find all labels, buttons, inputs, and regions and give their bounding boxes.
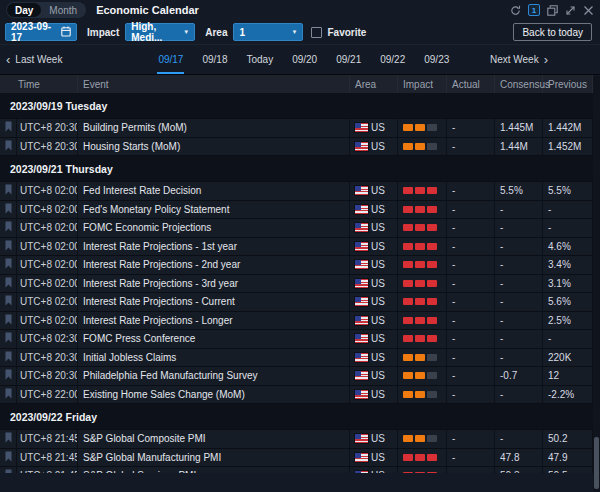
back-to-today-button[interactable]: Back to today [513,23,592,41]
row-event: FOMC Press Conference [78,330,350,348]
restore-icon[interactable] [547,5,558,16]
week-day[interactable]: 09/21 [336,45,361,74]
alert-cell [0,201,17,219]
bookmark-icon[interactable] [5,432,12,445]
last-week-button[interactable]: ‹ Last Week [6,45,62,74]
row-time: UTC+8 20:30 [17,349,78,367]
week-day[interactable]: Today [246,45,273,74]
week-day[interactable]: 09/22 [380,45,405,74]
expand-icon[interactable] [565,5,576,16]
row-actual: - [447,467,495,473]
area-select[interactable]: 1 ▼ [233,23,303,41]
row-event: Existing Home Sales Change (MoM) [78,386,350,404]
row-previous: 2.5% [543,312,593,330]
us-flag-icon [355,453,368,462]
row-actual: - [447,293,495,311]
table-row[interactable]: UTC+8 02:30 FOMC Press Conference US - -… [0,330,593,349]
bookmark-icon[interactable] [5,240,12,253]
section-header: 2023/09/21 Thursday [0,156,593,182]
alert-cell [0,219,17,237]
bookmark-icon[interactable] [5,451,12,464]
impact-cell [398,238,447,256]
row-event: Fed Interest Rate Decision [78,182,350,200]
table-row[interactable]: UTC+8 02:00 Interest Rate Projections - … [0,312,593,331]
table-row[interactable]: UTC+8 02:00 Interest Rate Projections - … [0,256,593,275]
table-row[interactable]: UTC+8 22:00 Existing Home Sales Change (… [0,386,593,405]
row-area: US [371,470,385,473]
column-header-actual: Actual [447,75,495,93]
row-area: US [371,333,385,344]
week-day[interactable]: 09/23 [424,45,449,74]
impact-cell [398,293,447,311]
area-cell: US [350,201,398,219]
date-picker[interactable]: 2023-09-17 [5,23,77,41]
table-row[interactable]: UTC+8 02:00 Interest Rate Projections - … [0,293,593,312]
row-consensus: - [495,330,543,348]
bookmark-icon[interactable] [5,277,12,290]
row-actual: - [447,430,495,448]
scrollbar-thumb[interactable] [594,437,599,489]
week-day[interactable]: 09/20 [292,45,317,74]
panel-count-button[interactable]: 1 [528,4,540,16]
row-actual: - [447,201,495,219]
row-previous: -2.2% [543,386,593,404]
favorite-checkbox[interactable] [311,27,322,38]
row-previous: - [543,201,593,219]
bookmark-icon[interactable] [5,314,12,327]
bookmark-icon[interactable] [5,332,12,345]
table-row[interactable]: UTC+8 20:30 Building Permits (MoM) US - … [0,119,593,138]
next-week-button[interactable]: Next Week › [490,45,548,74]
row-event: Interest Rate Projections - Current [78,293,350,311]
column-header-impact: Impact [398,75,447,93]
area-cell: US [350,312,398,330]
refresh-icon[interactable] [510,5,521,16]
bookmark-icon[interactable] [5,295,12,308]
row-area: US [371,370,385,381]
impact-cell [398,219,447,237]
impact-cell [398,467,447,473]
table-row[interactable]: UTC+8 02:00 Interest Rate Projections - … [0,275,593,294]
tab-day[interactable]: Day [7,3,41,17]
bookmark-icon[interactable] [5,369,12,382]
table-row[interactable]: UTC+8 21:45 S&P Global Manufacturing PMI… [0,449,593,468]
bookmark-icon[interactable] [5,121,12,134]
row-consensus: - [495,349,543,367]
bookmark-icon[interactable] [5,221,12,234]
bookmark-icon[interactable] [5,351,12,364]
table-row[interactable]: UTC+8 02:00 FOMC Economic Projections US… [0,219,593,238]
table-row[interactable]: UTC+8 20:30 Housing Starts (MoM) US - 1.… [0,138,593,157]
tab-month[interactable]: Month [41,3,85,17]
table-row[interactable]: UTC+8 20:30 Philadelphia Fed Manufacturi… [0,367,593,386]
next-week-label: Next Week [490,54,539,65]
bookmark-icon[interactable] [5,469,12,473]
row-area: US [371,315,385,326]
impact-select[interactable]: High, Medi... ▼ [125,23,195,41]
bookmark-icon[interactable] [5,140,12,153]
row-consensus: - [495,430,543,448]
bookmark-icon[interactable] [5,184,12,197]
area-value: 1 [239,27,245,38]
bookmark-icon[interactable] [5,388,12,401]
table-row[interactable]: UTC+8 02:00 Interest Rate Projections - … [0,238,593,257]
top-bar: Day Month Economic Calendar 1 [0,0,600,20]
us-flag-icon [355,371,368,380]
row-time: UTC+8 02:00 [17,275,78,293]
section-date: 2023/09/19 Tuesday [10,100,107,112]
bookmark-icon[interactable] [5,203,12,216]
week-day[interactable]: 09/18 [202,45,227,74]
bookmark-icon[interactable] [5,258,12,271]
table-row[interactable]: UTC+8 21:45 S&P Global Composite PMI US … [0,430,593,449]
row-actual: - [447,449,495,467]
table-row[interactable]: UTC+8 21:45 S&P Global Services PMI US -… [0,467,593,473]
row-consensus: - [495,386,543,404]
table-row[interactable]: UTC+8 02:00 Fed's Monetary Policy Statem… [0,201,593,220]
table-row[interactable]: UTC+8 02:00 Fed Interest Rate Decision U… [0,182,593,201]
area-cell: US [350,182,398,200]
impact-cell [398,256,447,274]
week-day[interactable]: 09/17 [158,45,183,74]
close-icon[interactable] [583,5,594,16]
table-row[interactable]: UTC+8 20:30 Initial Jobless Claims US - … [0,349,593,368]
us-flag-icon [355,334,368,343]
row-time: UTC+8 21:45 [17,467,78,473]
impact-meter [403,243,437,250]
